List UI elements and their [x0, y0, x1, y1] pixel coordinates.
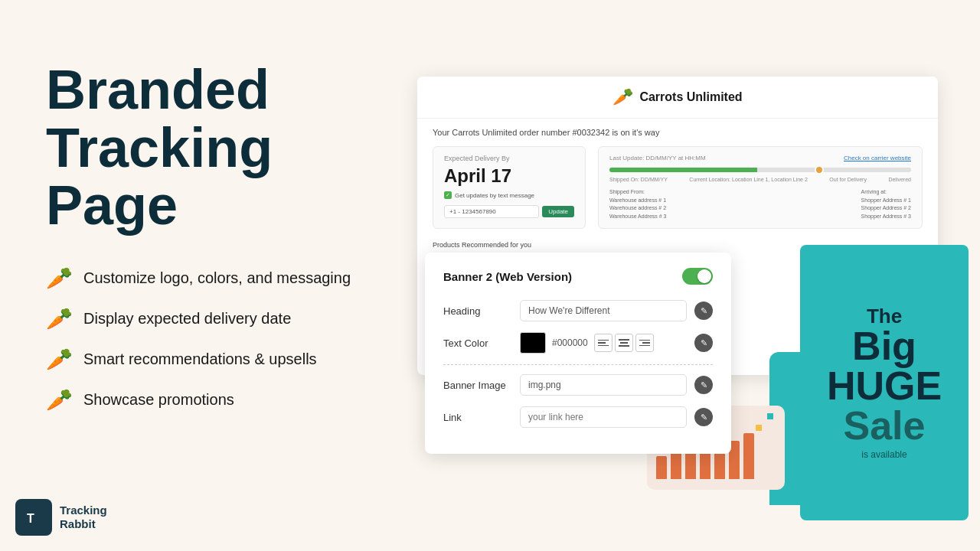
text-color-form-row: Text Color #000000 ✎ — [443, 332, 713, 354]
shipped-from-label: Shipped From: — [609, 188, 666, 197]
warehouse-3: Warehouse Address # 3 — [609, 213, 666, 221]
carrots-logo: 🥕 Carrots Unlimited — [612, 87, 742, 107]
toggle-knob — [697, 269, 711, 283]
step-delivered: Delivered — [888, 177, 911, 182]
progress-dot — [815, 165, 824, 174]
right-panel: 🥕 Carrots Unlimited Your Carrots Unlimit… — [417, 77, 969, 505]
bar-1 — [656, 456, 667, 479]
promo-sub: is available — [827, 450, 942, 459]
shopper-2: Shopper Address # 2 — [861, 204, 911, 213]
text-color-label: Text Color — [443, 337, 512, 349]
step-shipped: Shipped On: DD/MM/YY — [609, 177, 668, 182]
feature-item: 🥕 Display expected delivery date — [46, 306, 398, 331]
order-message: Your Carrots Unlimited order number #003… — [433, 128, 923, 137]
promo-banner: The Big HUGE Sale is available — [800, 245, 969, 520]
bottom-logo: T Tracking Rabbit — [15, 499, 107, 536]
progress-header: Last Update: DD/MM/YY at HH:MM Check on … — [609, 155, 911, 161]
sms-label: Get updates by text message — [455, 192, 534, 199]
bar-3 — [685, 452, 696, 479]
progress-bar — [609, 168, 911, 172]
carrots-logo-icon: 🥕 — [612, 87, 633, 107]
banner-image-edit-icon[interactable]: ✎ — [694, 376, 713, 394]
banner-title: Banner 2 (Web Version) — [443, 270, 572, 283]
page-title: Branded Tracking Page — [46, 61, 398, 235]
banner-image-label: Banner Image — [443, 380, 512, 391]
carrot-icon: 🥕 — [46, 387, 73, 412]
accent-dot-teal — [767, 413, 773, 419]
feature-text: Showcase promotions — [83, 391, 234, 409]
banner-toggle-row: Banner 2 (Web Version) — [443, 268, 713, 285]
delivery-box: Expected Delivery By April 17 ✓ Get upda… — [433, 146, 586, 229]
color-swatch[interactable] — [520, 332, 546, 354]
bar-7 — [743, 433, 754, 479]
divider — [443, 364, 713, 365]
promo-text: The Big HUGE Sale is available — [827, 306, 942, 459]
last-update: Last Update: DD/MM/YY at HH:MM — [609, 155, 706, 161]
arriving-at-label: Arriving at: — [861, 188, 911, 197]
address-cols: Shipped From: Warehouse address # 1 Ware… — [609, 188, 911, 220]
phone-input[interactable] — [444, 205, 539, 218]
promo-sale: Sale — [827, 406, 942, 445]
step-current: Current Location: Location Line 1, Locat… — [689, 177, 808, 182]
update-button[interactable]: Update — [542, 206, 574, 217]
tracking-header: 🥕 Carrots Unlimited — [417, 77, 938, 119]
phone-row: Update — [444, 205, 574, 218]
color-hex-value: #000000 — [552, 337, 588, 348]
banner-toggle[interactable] — [682, 268, 713, 285]
align-left-button[interactable] — [594, 334, 612, 352]
shopper-1: Shopper Address # 1 — [861, 197, 911, 205]
tracking-info-row: Expected Delivery By April 17 ✓ Get upda… — [433, 146, 923, 229]
delivery-label: Expected Delivery By — [444, 155, 574, 162]
heading-form-row: Heading ✎ — [443, 300, 713, 321]
feature-item: 🥕 Smart recommendations & upsells — [46, 347, 398, 372]
sms-check-icon: ✓ — [444, 191, 452, 199]
logo-icon: T — [15, 499, 52, 536]
accent-dot-yellow — [756, 425, 762, 431]
feature-item: 🥕 Showcase promotions — [46, 387, 398, 412]
heading-label: Heading — [443, 305, 512, 317]
feature-text: Customize logo, colors, and messaging — [83, 269, 351, 287]
link-label: Link — [443, 412, 512, 423]
link-input[interactable] — [520, 406, 687, 428]
features-list: 🥕 Customize logo, colors, and messaging … — [46, 266, 398, 412]
carrot-icon: 🥕 — [46, 306, 73, 331]
brand-name: Carrots Unlimited — [639, 90, 742, 104]
heading-edit-icon[interactable]: ✎ — [694, 302, 713, 320]
settings-panel: Banner 2 (Web Version) Heading ✎ Text Co… — [425, 253, 731, 454]
warehouse-1: Warehouse address # 1 — [609, 197, 666, 205]
feature-text: Smart recommendations & upsells — [83, 350, 317, 368]
shipped-from-col: Shipped From: Warehouse address # 1 Ware… — [609, 188, 666, 220]
carrot-icon: 🥕 — [46, 266, 73, 291]
align-buttons — [594, 334, 654, 352]
progress-fill — [609, 168, 821, 172]
link-edit-icon[interactable]: ✎ — [694, 408, 713, 426]
color-row: #000000 — [520, 332, 687, 354]
svg-text:T: T — [27, 512, 34, 525]
delivery-date: April 17 — [444, 165, 574, 187]
banner-image-input[interactable] — [520, 374, 687, 396]
warehouse-2: Warehouse address # 2 — [609, 204, 666, 213]
tracking-progress-box: Last Update: DD/MM/YY at HH:MM Check on … — [598, 146, 923, 229]
heading-input[interactable] — [520, 300, 687, 321]
align-right-button[interactable] — [635, 334, 654, 352]
feature-item: 🥕 Customize logo, colors, and messaging — [46, 266, 398, 291]
check-carrier-link[interactable]: Check on carrier website — [844, 155, 911, 161]
logo-text: Tracking Rabbit — [60, 504, 107, 531]
banner-image-form-row: Banner Image ✎ — [443, 374, 713, 396]
promo-big: Big — [827, 326, 942, 366]
arriving-at-col: Arriving at: Shopper Address # 1 Shopper… — [861, 188, 911, 220]
link-form-row: Link ✎ — [443, 406, 713, 428]
carrot-icon: 🥕 — [46, 347, 73, 372]
progress-steps: Shipped On: DD/MM/YY Current Location: L… — [609, 177, 911, 182]
align-center-button[interactable] — [615, 334, 633, 352]
feature-text: Display expected delivery date — [83, 310, 291, 328]
shopper-3: Shopper Address # 3 — [861, 213, 911, 221]
promo-huge: HUGE — [827, 366, 942, 406]
sms-row: ✓ Get updates by text message — [444, 191, 574, 199]
color-edit-icon[interactable]: ✎ — [694, 334, 713, 352]
left-panel: Branded Tracking Page 🥕 Customize logo, … — [46, 61, 398, 412]
step-out: Out for Delivery — [829, 177, 867, 182]
